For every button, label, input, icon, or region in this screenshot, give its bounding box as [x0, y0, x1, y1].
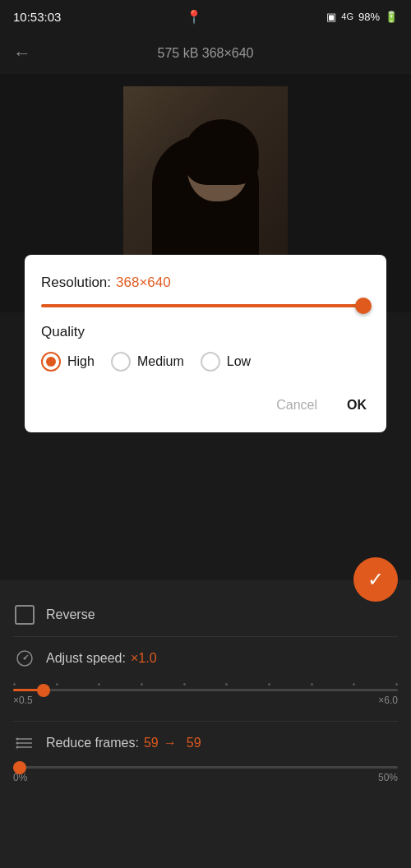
- arrow-right-icon: →: [164, 736, 177, 750]
- reverse-row: Reverse: [13, 593, 398, 637]
- svg-point-1: [24, 658, 26, 660]
- resolution-label: Resolution:: [41, 275, 111, 291]
- frames-thumb[interactable]: [13, 761, 26, 774]
- reduce-frames-to: 59: [187, 736, 201, 750]
- ok-button[interactable]: OK: [344, 391, 370, 419]
- slider-thumb[interactable]: [355, 298, 372, 314]
- status-time: 10:53:03: [13, 10, 61, 24]
- quality-high-label: High: [67, 354, 95, 369]
- battery-text: 98%: [358, 11, 380, 23]
- network-icon: 4G: [341, 12, 353, 21]
- svg-point-6: [16, 742, 19, 745]
- cancel-button[interactable]: Cancel: [270, 391, 324, 419]
- svg-point-5: [16, 738, 19, 741]
- battery-icon: 🔋: [385, 11, 398, 23]
- quality-low-label: Low: [227, 354, 251, 369]
- frames-max-label: 50%: [378, 772, 398, 783]
- quality-medium-label: Medium: [137, 354, 184, 369]
- speed-track: [13, 689, 398, 691]
- quality-medium-radio[interactable]: [111, 352, 131, 372]
- frames-slider[interactable]: 0% 50%: [13, 761, 398, 788]
- resolution-value: 368×640: [116, 275, 171, 291]
- quality-low-radio[interactable]: [201, 352, 220, 372]
- reduce-frames-from: 59: [144, 736, 159, 750]
- quality-high-option[interactable]: High: [41, 352, 95, 372]
- reduce-frames-label: Reduce frames:: [46, 736, 139, 750]
- resolution-row: Resolution: 368×640: [41, 275, 370, 291]
- reverse-label: Reverse: [46, 607, 95, 622]
- file-info: 575 kB 368×640: [158, 46, 254, 61]
- dialog: Resolution: 368×640 Quality High Medium …: [25, 255, 386, 432]
- quality-medium-option[interactable]: Medium: [111, 352, 184, 372]
- svg-point-7: [16, 746, 19, 749]
- confirm-fab[interactable]: ✓: [353, 557, 398, 602]
- frames-list-icon: [16, 734, 34, 752]
- speedometer-icon: [16, 649, 34, 667]
- top-bar: ← 575 kB 368×640: [0, 33, 411, 74]
- location-icon: 📍: [186, 9, 202, 25]
- dialog-buttons: Cancel OK: [41, 391, 370, 419]
- adjust-speed-row: Adjust speed: ×1.0 ×0.5 ×6.0: [13, 637, 398, 722]
- quality-low-option[interactable]: Low: [201, 352, 251, 372]
- speed-icon: [13, 647, 36, 670]
- speed-max-label: ×6.0: [378, 695, 398, 706]
- check-icon: ✓: [367, 568, 384, 591]
- back-button[interactable]: ←: [13, 43, 31, 64]
- quality-high-radio[interactable]: [41, 352, 61, 372]
- quality-label: Quality: [41, 324, 370, 340]
- signal-icon: ▣: [326, 11, 336, 23]
- frames-track: [13, 766, 398, 769]
- reverse-icon: [13, 603, 36, 626]
- speed-thumb[interactable]: [37, 684, 50, 697]
- adjust-speed-label: Adjust speed:: [46, 651, 126, 666]
- bottom-section: ✓ Reverse Adjust speed: ×1.0: [0, 580, 411, 868]
- speed-slider[interactable]: ×0.5 ×6.0: [13, 676, 398, 711]
- reduce-frames-row: Reduce frames: 59 → 59 0% 50%: [13, 722, 398, 798]
- status-bar: 10:53:03 📍 ▣ 4G 98% 🔋: [0, 0, 411, 33]
- quality-options: High Medium Low: [41, 352, 370, 372]
- adjust-speed-value: ×1.0: [131, 651, 157, 666]
- resolution-slider[interactable]: [41, 304, 370, 307]
- frames-icon: [13, 732, 36, 755]
- slider-track: [41, 304, 370, 307]
- speed-min-label: ×0.5: [13, 695, 33, 706]
- status-icons: ▣ 4G 98% 🔋: [326, 11, 398, 23]
